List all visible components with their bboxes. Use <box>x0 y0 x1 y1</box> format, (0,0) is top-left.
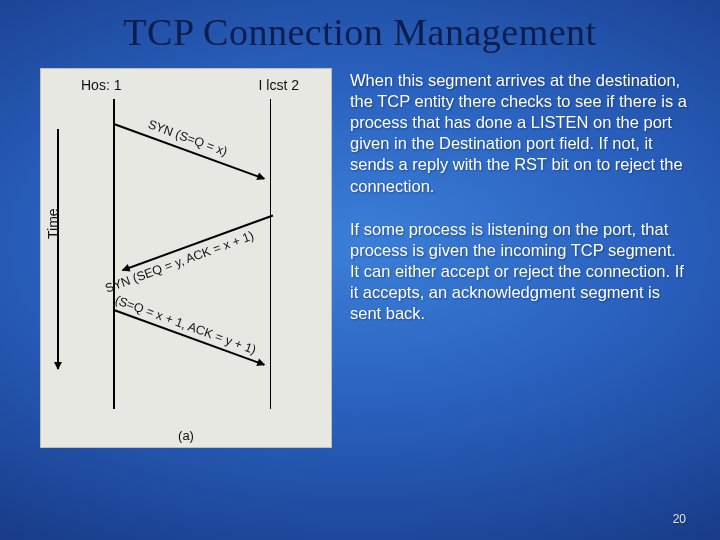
content-area: Hos: 1 I lcst 2 Time SYN (S=Q = x) SYN (… <box>0 60 720 448</box>
body-text: When this segment arrives at the destina… <box>350 68 688 448</box>
time-axis-label: Time <box>45 208 61 239</box>
host1-timeline <box>113 99 115 409</box>
slide-title: TCP Connection Management <box>0 0 720 60</box>
ack-label: (S=Q = x + 1, ACK = y + 1) <box>113 293 258 357</box>
host2-label: I lcst 2 <box>259 77 299 93</box>
host2-timeline <box>270 99 272 409</box>
paragraph-1: When this segment arrives at the destina… <box>350 70 688 197</box>
syn-label: SYN (S=Q = x) <box>146 117 229 159</box>
paragraph-2: If some process is listening on the port… <box>350 219 688 325</box>
synack-label: SYN (SEQ = y, ACK = x + 1) <box>103 229 255 296</box>
host1-label: Hos: 1 <box>81 77 121 93</box>
diagram-caption: (a) <box>178 428 194 443</box>
handshake-diagram: Hos: 1 I lcst 2 Time SYN (S=Q = x) SYN (… <box>40 68 332 448</box>
time-axis-arrow <box>57 129 59 369</box>
page-number: 20 <box>673 512 686 526</box>
